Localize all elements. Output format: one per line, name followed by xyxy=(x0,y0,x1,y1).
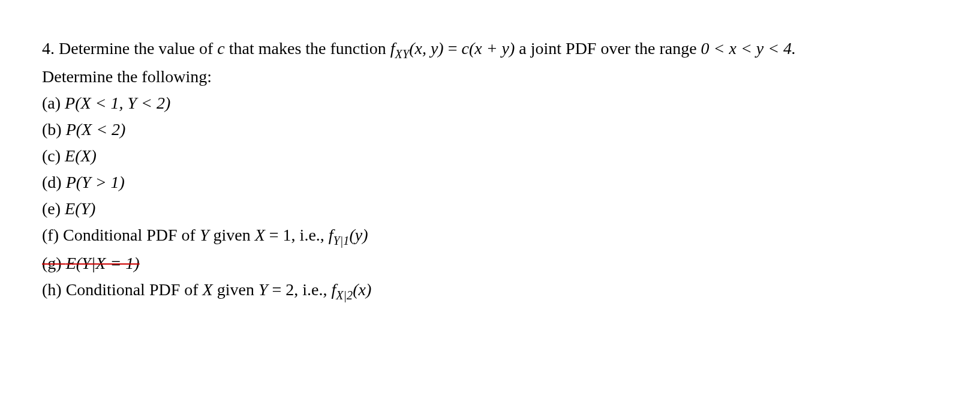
operator-E: E xyxy=(65,199,75,218)
subscript-XY: XY xyxy=(395,47,410,61)
intro-text-3: a joint PDF over the range xyxy=(515,39,701,58)
eq-h: = 2, i.e., xyxy=(267,280,331,299)
determine-text: Determine the following: xyxy=(42,64,938,89)
equals-sign: = xyxy=(444,39,462,58)
label-e: (e) xyxy=(42,199,65,218)
operator-E: E xyxy=(65,146,75,165)
operator-P: P xyxy=(66,120,76,139)
text-h-1: Conditional PDF of xyxy=(66,280,203,299)
operator-P: P xyxy=(66,173,76,191)
function-f: f xyxy=(329,226,333,244)
content-d: (Y > 1) xyxy=(76,173,125,191)
problem-4: 4. Determine the value of c that makes t… xyxy=(42,36,938,304)
operator-E: E xyxy=(66,254,76,272)
content-g: (Y|X = 1) xyxy=(76,254,140,272)
subscript-Y1: Y|1 xyxy=(333,233,350,247)
item-g: (g) E(Y|X = 1) xyxy=(42,251,938,276)
rhs-expression: (x + y) xyxy=(469,39,515,58)
item-d: (d) P(Y > 1) xyxy=(42,170,938,195)
rhs-c: c xyxy=(461,39,468,58)
content-a: (X < 1, Y < 2) xyxy=(75,94,170,112)
variable-Y: Y xyxy=(258,280,268,299)
intro-text-2: that makes the function xyxy=(225,39,390,58)
variable-c: c xyxy=(217,39,224,58)
problem-number: 4. xyxy=(42,39,55,58)
item-e: (e) E(Y) xyxy=(42,196,938,221)
content-e: (Y) xyxy=(75,199,95,218)
text-f-1: Conditional PDF of xyxy=(63,226,200,244)
content-c: (X) xyxy=(75,146,97,165)
range-expression: 0 < x < y < 4. xyxy=(701,39,796,58)
function-f: f xyxy=(390,39,395,58)
text-h-2: given xyxy=(213,280,258,299)
item-f: (f) Conditional PDF of Y given X = 1, i.… xyxy=(42,223,938,250)
item-b: (b) P(X < 2) xyxy=(42,117,938,142)
label-g: (g) xyxy=(42,254,66,272)
label-c: (c) xyxy=(42,146,65,165)
item-h: (h) Conditional PDF of X given Y = 2, i.… xyxy=(42,277,938,304)
operator-P: P xyxy=(65,94,75,112)
function-args: (x, y) xyxy=(409,39,444,58)
arg-y: (y) xyxy=(349,226,368,244)
intro-text-1: Determine the value of xyxy=(59,39,217,58)
struck-label-g: (g) E(Y|X = 1) xyxy=(42,254,140,272)
label-b: (b) xyxy=(42,120,66,139)
label-d: (d) xyxy=(42,173,66,191)
variable-X: X xyxy=(203,280,213,299)
variable-X: X xyxy=(255,226,265,244)
item-c: (c) E(X) xyxy=(42,143,938,169)
variable-Y: Y xyxy=(200,226,209,244)
label-h: (h) xyxy=(42,280,66,299)
content-b: (X < 2) xyxy=(76,120,126,139)
eq-f: = 1, i.e., xyxy=(265,226,329,244)
label-a: (a) xyxy=(42,94,65,112)
problem-intro: 4. Determine the value of c that makes t… xyxy=(42,36,938,63)
text-f-2: given xyxy=(209,226,254,244)
subscript-X2: X|2 xyxy=(336,288,353,301)
item-a: (a) P(X < 1, Y < 2) xyxy=(42,91,938,116)
label-f: (f) xyxy=(42,226,63,244)
arg-x: (x) xyxy=(353,280,371,299)
